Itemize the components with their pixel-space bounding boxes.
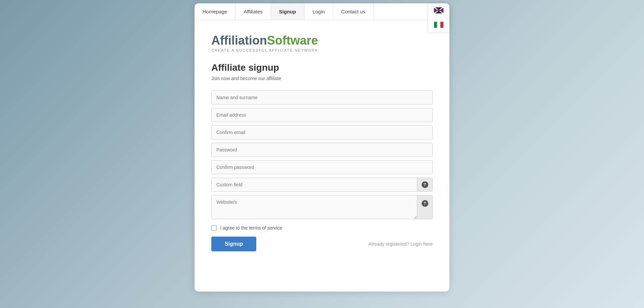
websites-field-group: ? (211, 195, 433, 219)
signup-form: ? ? I agree to the terms of service (211, 90, 433, 251)
question-mark-icon: ? (422, 181, 428, 188)
email-input[interactable] (211, 108, 433, 122)
logo-part2: Software (267, 34, 318, 47)
email-field-group (211, 108, 433, 122)
language-selector (428, 3, 449, 32)
custom-field-group: ? (211, 178, 433, 192)
nav-bar: Homepage Affiliates Signup Login Contact… (195, 3, 449, 20)
nav-contact-us[interactable]: Contact us (333, 3, 374, 20)
websites-input-group: ? (211, 195, 433, 219)
name-field-group (211, 90, 433, 105)
terms-checkbox-group: I agree to the terms of service (211, 225, 433, 231)
name-input[interactable] (211, 90, 433, 105)
flag-en-icon (434, 7, 443, 13)
nav-homepage[interactable]: Homepage (195, 3, 235, 20)
confirm-password-field-group (211, 160, 433, 174)
nav-affiliates[interactable]: Affiliates (235, 3, 271, 20)
question-mark-websites-icon: ? (422, 200, 428, 207)
lang-it[interactable] (428, 18, 449, 32)
logo-area: AffiliationSoftware CREATE A SUCCESSFUL … (211, 34, 433, 52)
logo: AffiliationSoftware (211, 34, 433, 48)
password-field-group (211, 143, 433, 157)
logo-part1: Affiliation (211, 34, 267, 47)
password-input[interactable] (211, 143, 433, 157)
nav-login[interactable]: Login (305, 3, 333, 20)
flag-it-icon (434, 22, 443, 28)
websites-input[interactable] (212, 195, 417, 219)
confirm-email-input[interactable] (211, 125, 433, 139)
form-footer: Signup Already registered? Login here (211, 237, 433, 251)
signup-button[interactable]: Signup (211, 237, 256, 251)
login-here-link[interactable]: Login here (411, 241, 433, 247)
nav-signup[interactable]: Signup (271, 3, 305, 20)
terms-label[interactable]: I agree to the terms of service (220, 225, 282, 231)
content-area: AffiliationSoftware CREATE A SUCCESSFUL … (195, 20, 449, 268)
custom-field-help-icon[interactable]: ? (417, 178, 432, 191)
main-container: Homepage Affiliates Signup Login Contact… (195, 3, 449, 292)
login-link: Already registered? Login here (369, 237, 433, 251)
custom-field-input-group: ? (211, 178, 433, 192)
confirm-email-field-group (211, 125, 433, 139)
terms-checkbox[interactable] (211, 225, 217, 231)
lang-en[interactable] (428, 3, 449, 18)
page-title: Affiliate signup (211, 62, 433, 73)
logo-tagline: CREATE A SUCCESSFUL AFFILIATE NETWORK (211, 48, 433, 52)
already-registered-text: Already registered? (369, 241, 409, 247)
page-subtitle: Join now and become our affiliate (211, 76, 433, 81)
custom-field-input[interactable] (212, 178, 417, 191)
websites-help-icon[interactable]: ? (417, 195, 432, 219)
confirm-password-input[interactable] (211, 160, 433, 174)
